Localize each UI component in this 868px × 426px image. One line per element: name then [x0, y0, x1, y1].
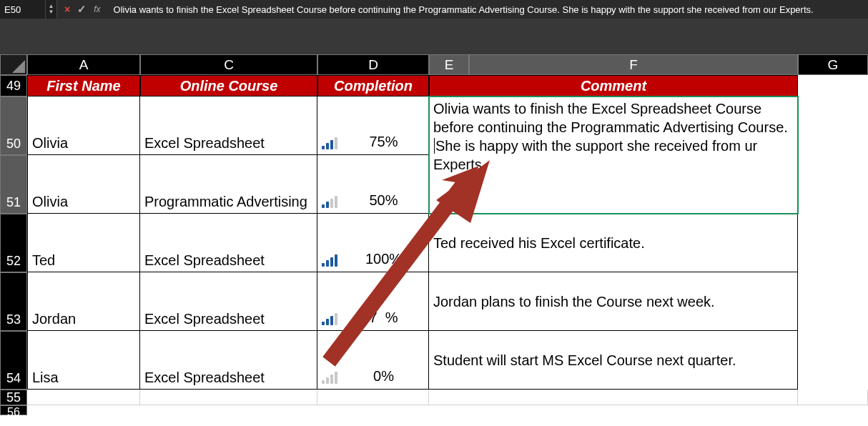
comment-text: Olivia wants to finish the Excel Spreads…: [433, 101, 788, 135]
completion-value: 100%: [343, 251, 424, 269]
cell-A53[interactable]: Jordan: [27, 272, 140, 331]
select-all-corner[interactable]: [0, 54, 27, 75]
row-header-49[interactable]: 49: [0, 75, 27, 96]
data-row-54: 54 Lisa Excel Spreadsheet 0% Student wil…: [0, 331, 868, 390]
cell-D51[interactable]: 50%: [317, 155, 429, 214]
formula-input[interactable]: Olivia wants to finish the Excel Spreads…: [108, 0, 868, 19]
cell-A55[interactable]: [27, 390, 140, 405]
fx-icon[interactable]: fx: [94, 4, 100, 14]
row-header-50[interactable]: 50: [0, 96, 27, 155]
cell-G55[interactable]: [798, 390, 868, 405]
cell-D52[interactable]: 100%: [317, 214, 429, 272]
spreadsheet-grid[interactable]: A C D E F G 49 First Name Online Course …: [0, 54, 868, 426]
stepper-down-icon[interactable]: ▼: [46, 9, 56, 15]
cell-D54[interactable]: 0%: [317, 331, 429, 390]
cell-D53[interactable]: 75%: [317, 272, 429, 331]
signal-bars-icon: [322, 196, 337, 210]
col-header-F[interactable]: F: [469, 54, 798, 75]
cell-D50[interactable]: 75%: [317, 96, 429, 155]
hdr-first-name[interactable]: First Name: [27, 75, 140, 96]
completion-value: 75%: [343, 309, 424, 327]
data-row-55: 55: [0, 390, 868, 405]
cell-C54[interactable]: Excel Spreadsheet: [140, 331, 317, 390]
data-row-52: 52 Ted Excel Spreadsheet 100% Ted receiv…: [0, 214, 868, 272]
column-header-row: A C D E F G: [0, 54, 868, 75]
cell-A51[interactable]: Olivia: [27, 155, 140, 214]
cancel-icon[interactable]: ×: [64, 4, 70, 15]
col-header-C[interactable]: C: [140, 54, 317, 75]
col-header-E[interactable]: E: [429, 54, 469, 75]
name-box[interactable]: E50: [0, 0, 46, 19]
formula-bar: E50 ▲ ▼ × ✓ fx Olivia wants to finish th…: [0, 0, 868, 19]
hdr-comment[interactable]: Comment: [429, 75, 798, 96]
data-row-53: 53 Jordan Excel Spreadsheet 75% Jordan p…: [0, 272, 868, 331]
row-header-52[interactable]: 52: [0, 214, 27, 272]
text-cursor: [434, 138, 435, 154]
cell-E53-comment[interactable]: Jordan plans to finish the Course next w…: [429, 272, 798, 331]
cell-A52[interactable]: Ted: [27, 214, 140, 272]
signal-bars-icon: [322, 137, 337, 152]
row-header-56[interactable]: 56: [0, 405, 27, 415]
completion-value: 75%: [343, 134, 424, 152]
cell-C50[interactable]: Excel Spreadsheet: [140, 96, 317, 155]
confirm-icon[interactable]: ✓: [77, 3, 87, 16]
col-header-A[interactable]: A: [27, 54, 140, 75]
cell-C55[interactable]: [140, 390, 317, 405]
signal-bars-icon: [322, 254, 337, 269]
cell-E54-comment[interactable]: Student will start MS Excel Course next …: [429, 331, 798, 390]
cell-C53[interactable]: Excel Spreadsheet: [140, 272, 317, 331]
row-header-55[interactable]: 55: [0, 390, 27, 405]
cell-E55[interactable]: [429, 390, 798, 405]
header-row-49: 49 First Name Online Course Completion C…: [0, 75, 868, 96]
data-row-56: 56: [0, 405, 868, 415]
row-header-51[interactable]: 51: [0, 155, 27, 214]
signal-bars-icon: [322, 372, 337, 386]
row-header-53[interactable]: 53: [0, 272, 27, 331]
cell-A54[interactable]: Lisa: [27, 331, 140, 390]
hdr-online-course[interactable]: Online Course: [140, 75, 317, 96]
cell-E52-comment[interactable]: Ted received his Excel certificate.: [429, 214, 798, 272]
cell-D55[interactable]: [317, 390, 429, 405]
col-header-G[interactable]: G: [798, 54, 868, 75]
name-box-stepper[interactable]: ▲ ▼: [46, 0, 57, 19]
completion-value: 0%: [343, 368, 424, 386]
col-header-D[interactable]: D: [317, 54, 429, 75]
cell-C52[interactable]: Excel Spreadsheet: [140, 214, 317, 272]
cell-C51[interactable]: Programmatic Advertising: [140, 155, 317, 214]
completion-value: 50%: [343, 192, 424, 210]
row-header-54[interactable]: 54: [0, 331, 27, 390]
toolbar-area: [0, 19, 868, 54]
hdr-completion[interactable]: Completion: [317, 75, 429, 96]
signal-bars-icon: [322, 313, 337, 327]
cell-A50[interactable]: Olivia: [27, 96, 140, 155]
cell-E50-merged-comment[interactable]: Olivia wants to finish the Excel Spreads…: [429, 96, 798, 214]
